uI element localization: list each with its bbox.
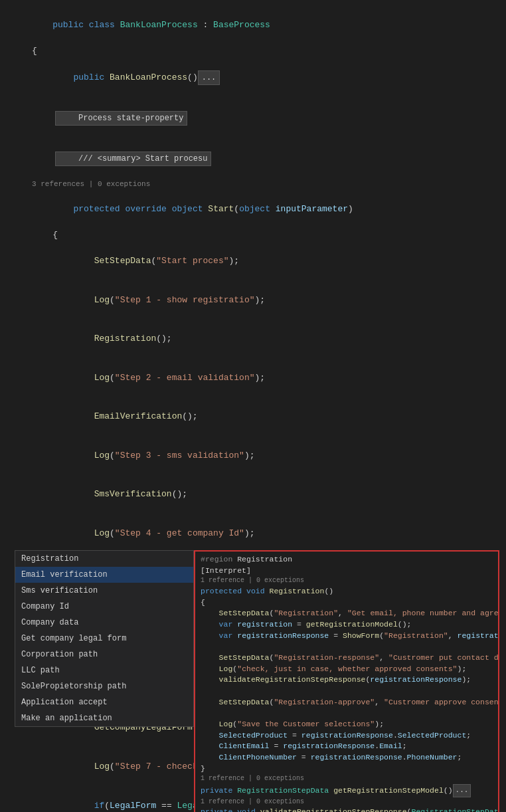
outline-item-email[interactable]: Email verification [15,567,193,583]
outline-item-companydata[interactable]: Company data [15,615,193,631]
outline-item-llc[interactable]: LLC path [15,662,193,678]
ref-count-1: 3 references | 0 exceptions [0,179,506,190]
state-property-tooltip: Process state-property [0,98,506,138]
peek-open-brace: { [195,597,498,609]
code-line: Log("Step 2 - email validation"); [0,358,506,397]
outline-item-registration[interactable]: Registration [15,551,193,567]
peek-code-11: ClientPhoneNumber = registrationResponse… [195,752,498,763]
outline-item-accept[interactable]: Application accept [15,694,193,710]
open-brace-class: { [0,45,506,58]
constructor-line: public BankLoanProcess()... [0,57,506,98]
peek-region: #region Registration [195,554,498,565]
peek-close-brace: } [195,763,498,775]
outline-item-companyid[interactable]: Company Id [15,599,193,615]
peek-empty2 [195,686,498,697]
peek-method-sig: protected void Registration() [195,586,498,597]
outline-item-corp[interactable]: Corporation path [15,647,193,662]
peek-code-2: var registration = getRegistrationModel(… [195,619,498,631]
peek-ref2: 1 reference | 0 exceptions [195,774,498,784]
peek-empty1 [195,641,498,653]
code-editor: public class BankLoanProcess : BaseProce… [0,0,506,812]
code-line: Log("Step 3 - sms validation"); [0,436,506,475]
outline-item-legal[interactable]: Get company legal form [15,631,193,647]
peek-code-4: SetStepData("Registration-response", "Cu… [195,653,498,664]
outline-item-makeapp[interactable]: Make an application [15,710,193,726]
peek-code-1: SetStepData("Registration", "Get email, … [195,608,498,619]
peek-private-method: private RegistrationStepData getRegistra… [195,784,498,797]
constructor-tooltip[interactable]: ... [198,70,220,85]
outline-item-sms[interactable]: Sms verification [15,583,193,599]
peek-ref3: 1 reference | 0 exceptions [195,797,498,807]
peek-code-8: Log("Save the Customer selections"); [195,719,498,730]
code-line: Log("Step 1 - show registratio"); [0,280,506,320]
outline-panel: Registration Email verification Sms veri… [15,550,194,727]
peek-ref1: 1 reference | 0 exceptions [195,576,498,586]
peek-window: #region Registration [Interpret] 1 refer… [194,550,499,812]
peek-code-10: ClientEmail = registrationResponse.Email… [195,741,498,752]
open-brace-method: { [0,229,506,242]
peek-code-9: SelectedProduct = registrationResponse.S… [195,730,498,742]
peek-interpret: [Interpret] [195,565,498,577]
code-line: Log("Step 4 - get company Id"); [0,514,506,553]
peek-code-7: SetStepData("Registration-approve", "Cus… [195,697,498,708]
peek-code-5: Log("check, just in case, whether approv… [195,664,498,675]
summary-tooltip: /// <summary> Start procesu [0,138,506,179]
method-signature-line: protected override object Start(object i… [0,190,506,229]
code-line: SmsVerification(); [0,475,506,514]
outline-item-sole[interactable]: SolePropietorship path [15,678,193,694]
code-line: EmailVerification(); [0,397,506,437]
peek-code-6: validateRegistrationStepResponse(registr… [195,674,498,686]
peek-empty3 [195,708,498,719]
class-declaration-line: public class BankLoanProcess : BaseProce… [0,5,506,45]
peek-validate-method: private void validateRegistrationStepRes… [195,807,498,812]
peek-code-3: var registrationResponse = ShowForm("Reg… [195,631,498,642]
code-line: Registration(); [0,320,506,359]
code-line: SetStepData("Start proces"); [0,242,506,281]
